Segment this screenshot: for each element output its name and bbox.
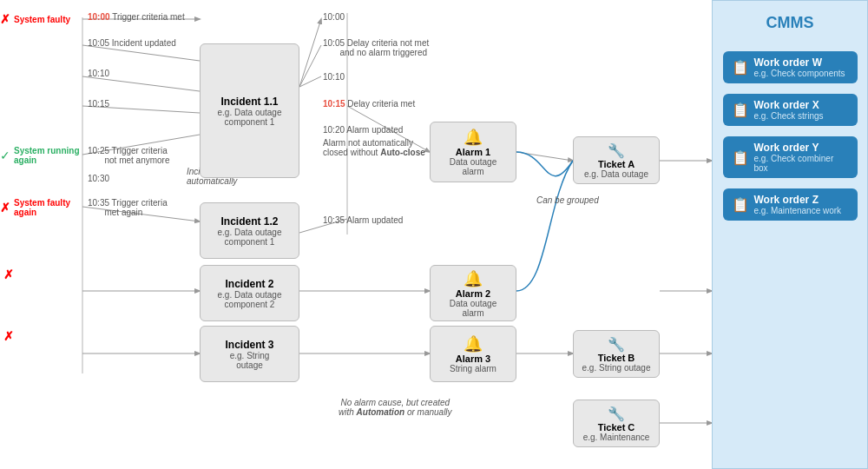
x-icon-4: ✗: [3, 329, 14, 343]
time-1000-left: 10:00 Trigger criteria met: [88, 12, 185, 22]
alarm-2-title: Alarm 2: [456, 288, 490, 299]
wo-w-sub: e.g. Check components: [754, 69, 845, 78]
work-order-y-card[interactable]: 📋 Work order Y e.g. Check combiner box: [723, 136, 858, 178]
alarm-2-node: 🔔 Alarm 2 Data outage alarm: [430, 265, 516, 321]
alarm-3-title: Alarm 3: [456, 353, 490, 364]
time-1035-center: 10:35 Alarm updated: [323, 215, 403, 225]
wo-x-title: Work order X: [754, 99, 824, 111]
incident-2-title: Incident 2: [225, 278, 273, 290]
ticket-icon-c: 🔧: [608, 406, 625, 422]
wo-w-text: Work order W e.g. Check components: [754, 56, 845, 78]
x-icon-3: ✗: [3, 268, 14, 281]
ticket-icon-b: 🔧: [608, 336, 625, 353]
status-text-2: System faultyagain: [14, 198, 70, 217]
alarm-3-node: 🔔 Alarm 3 String alarm: [430, 326, 516, 382]
time-1020-center: 10:20 Alarm updated: [323, 125, 403, 135]
ann-auto-close: Alarm not automaticallyclosed without Au…: [323, 138, 425, 157]
status-system-faulty-2: ✗ System faultyagain: [0, 198, 70, 217]
x-icon-2: ✗: [0, 201, 10, 215]
work-order-x-card[interactable]: 📋 Work order X e.g. Check strings: [723, 94, 858, 126]
wo-x-icon: 📋: [732, 102, 749, 118]
no-alarm-cause-annotation: No alarm cause, but createdwith Automati…: [339, 398, 452, 417]
incident-1-1-sub: e.g. Data outagecomponent 1: [218, 108, 282, 127]
incident-3-sub: e.g. Stringoutage: [230, 351, 270, 370]
alarm-2-sub: Data outage alarm: [437, 299, 509, 318]
ticket-c-title: Ticket C: [598, 422, 635, 433]
wo-x-sub: e.g. Check strings: [754, 111, 824, 121]
svg-line-7: [299, 45, 321, 87]
time-1000-center: 10:00: [323, 12, 345, 22]
ticket-c-node: 🔧 Ticket C e.g. Maintenance: [573, 400, 660, 447]
time-1030-left: 10:30: [88, 174, 109, 183]
check-icon: ✓: [0, 149, 10, 162]
ticket-icon-a: 🔧: [608, 142, 625, 159]
alarm-3-sub: String alarm: [450, 364, 496, 373]
wo-z-text: Work order Z e.g. Maintenance work: [754, 194, 842, 215]
ticket-c-sub: e.g. Maintenance: [583, 433, 650, 442]
status-text-running: System runningagain: [14, 146, 80, 165]
incident-1-2-sub: e.g. Data outagecomponent 1: [218, 228, 282, 247]
bell-icon-2: 🔔: [464, 269, 483, 288]
cmms-title: CMMS: [766, 14, 814, 32]
bell-icon-3: 🔔: [464, 334, 483, 353]
wo-z-icon: 📋: [732, 196, 749, 213]
ticket-b-title: Ticket B: [598, 353, 635, 363]
svg-line-6: [299, 19, 321, 87]
ticket-b-sub: e.g. String outage: [582, 363, 651, 373]
time-1035-left: 10:35 Trigger criteria met again: [88, 198, 168, 217]
time-1015-center: 10:15 Delay criteria met: [323, 99, 415, 109]
can-be-grouped-annotation: Can be grouped: [536, 195, 599, 205]
time-1010-center: 10:10: [323, 72, 345, 82]
incident-1-2-node: Incident 1.2 e.g. Data outagecomponent 1: [200, 202, 299, 259]
wo-y-sub: e.g. Check combiner box: [754, 154, 849, 173]
time-1010-left: 10:10: [88, 69, 109, 78]
incident-1-2-title: Incident 1.2: [220, 215, 278, 228]
time-1005-center: 10:05 Delay criteria not met and no alar…: [323, 38, 429, 57]
alarm-1-sub: Data outage alarm: [437, 157, 509, 176]
wo-y-title: Work order Y: [754, 142, 849, 154]
time-1015-left: 10:15: [88, 99, 109, 109]
incident-1-1-title: Incident 1.1: [220, 96, 278, 108]
status-system-faulty-1: ✗ System faulty: [0, 12, 70, 26]
incident-3-node: Incident 3 e.g. Stringoutage: [200, 326, 299, 382]
alarm-1-node: 🔔 Alarm 1 Data outage alarm: [430, 122, 516, 182]
main-container: ✗ System faulty ✓ System runningagain ✗ …: [0, 0, 868, 469]
ticket-a-title: Ticket A: [598, 159, 635, 169]
bell-icon-1: 🔔: [464, 128, 483, 147]
ticket-b-node: 🔧 Ticket B e.g. String outage: [573, 330, 660, 378]
cmms-panel: CMMS 📋 Work order W e.g. Check component…: [712, 0, 868, 469]
ticket-a-node: 🔧 Ticket A e.g. Data outage: [573, 136, 660, 184]
wo-x-text: Work order X e.g. Check strings: [754, 99, 824, 121]
work-order-w-card[interactable]: 📋 Work order W e.g. Check components: [723, 51, 858, 83]
svg-line-3: [82, 76, 200, 91]
wo-z-sub: e.g. Maintenance work: [754, 206, 842, 215]
wo-z-title: Work order Z: [754, 194, 842, 206]
wo-y-text: Work order Y e.g. Check combiner box: [754, 142, 849, 173]
time-1005-left: 10:05 Incident updated: [88, 38, 176, 48]
wo-w-icon: 📋: [732, 59, 749, 76]
wo-w-title: Work order W: [754, 56, 845, 69]
alarm-1-title: Alarm 1: [456, 147, 490, 157]
time-1025-left: 10:25 Trigger criteria not met anymore: [88, 146, 169, 165]
status-text-1: System faulty: [14, 15, 70, 24]
timeline-area: ✗ System faulty ✓ System runningagain ✗ …: [0, 0, 712, 469]
incident-1-1-node: Incident 1.1 e.g. Data outagecomponent 1: [200, 43, 299, 178]
ticket-a-sub: e.g. Data outage: [584, 169, 648, 179]
work-order-z-card[interactable]: 📋 Work order Z e.g. Maintenance work: [723, 188, 858, 221]
wo-y-icon: 📋: [732, 149, 749, 166]
incident-3-title: Incident 3: [225, 339, 273, 351]
incident-2-node: Incident 2 e.g. Data outagecomponent 2: [200, 265, 299, 321]
status-x-4: ✗: [3, 329, 14, 343]
x-icon-1: ✗: [0, 12, 10, 26]
incident-2-sub: e.g. Data outagecomponent 2: [218, 290, 282, 309]
status-x-3: ✗: [3, 268, 14, 281]
status-system-running: ✓ System runningagain: [0, 146, 80, 165]
